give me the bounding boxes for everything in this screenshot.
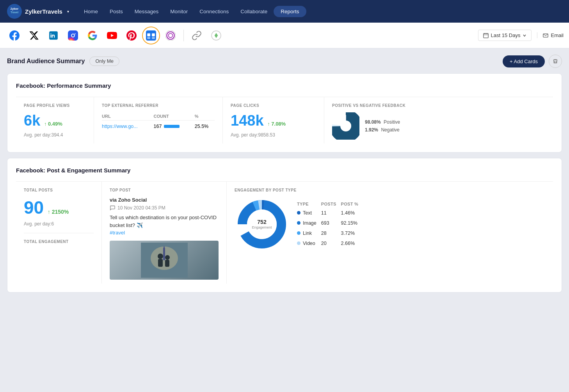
nav-connections[interactable]: Connections [194, 5, 234, 18]
brand-title: Brand Audience Summary [7, 58, 85, 65]
trash-icon [553, 59, 558, 64]
only-me-badge[interactable]: Only Me [89, 57, 119, 66]
eng-pct-cell: 92.15% [341, 218, 363, 228]
eng-card-title: Facebook: Post & Engagement Summary [16, 167, 553, 174]
perf-grid: PAGE PROFILE VIEWS 6k 0.49% Avg. per day… [16, 97, 553, 144]
engagement-chart-cell: ENGAGEMENT BY POST TYPE [227, 182, 553, 284]
page-views-change: 0.49% [44, 121, 62, 127]
brand-dropdown-icon[interactable]: ▾ [67, 9, 69, 14]
svg-point-26 [165, 255, 170, 260]
eng-grid: TOTAL POSTS 90 2150% Avg. per day:6 TOTA… [16, 181, 553, 284]
eng-pct-cell: 1.46% [341, 208, 363, 218]
brand-header-left: Brand Audience Summary Only Me [7, 57, 119, 66]
social-zoho-btn[interactable] [142, 27, 160, 44]
eng-posts-cell: 11 [321, 208, 341, 218]
svg-rect-8 [147, 37, 150, 39]
top-post-label: TOP POST [110, 188, 219, 192]
nav-home[interactable]: Home [78, 5, 103, 18]
eng-type-cell: Image [297, 218, 321, 228]
top-post-cell: TOP POST via Zoho Social 10 Nov 2020 04:… [102, 182, 227, 284]
top-post-date: 10 Nov 2020 04:35 PM [117, 205, 165, 211]
social-twitter-btn[interactable] [25, 27, 43, 44]
svg-text:Travel: Travel [11, 11, 18, 14]
total-posts-value-row: 90 2150% [24, 197, 94, 218]
date-chevron-icon [523, 34, 526, 37]
table-row: Image 693 92.15% [297, 218, 363, 228]
performance-summary-card: Facebook: Performance Summary PAGE PROFI… [7, 73, 562, 153]
perf-card-title: Facebook: Performance Summary [16, 82, 553, 89]
table-row: https://www.go... 167 25.5% [102, 121, 215, 133]
donut-label: Engagement [252, 225, 272, 230]
nav-brand[interactable]: Zylker Travel ZylkerTravels ▾ [7, 4, 69, 19]
page-clicks-num: 148k [231, 112, 264, 129]
social-dart-btn[interactable] [207, 27, 225, 44]
brand-header-right: + Add Cards [503, 55, 562, 68]
comment-icon [110, 205, 115, 211]
ref-col-pct: % [195, 112, 215, 121]
social-custom1-btn[interactable] [162, 27, 180, 44]
social-linkedin-btn[interactable] [44, 27, 62, 44]
svg-rect-27 [165, 260, 169, 267]
main-content: Brand Audience Summary Only Me + Add Car… [0, 48, 569, 304]
negative-legend: 1.92% Negative [365, 127, 400, 133]
eng-type-cell: Text [297, 208, 321, 218]
date-filter-label: Last 15 Days [491, 32, 521, 38]
ref-col-count: COUNT [154, 112, 195, 121]
referrer-label: TOP EXTERNAL REFERRER [102, 103, 215, 108]
engagement-summary-card: Facebook: Post & Engagement Summary TOTA… [7, 158, 562, 293]
svg-rect-7 [152, 33, 155, 36]
donut-area: 752 Engagement TYPE POSTS POST % [235, 197, 545, 252]
top-post-image [110, 241, 219, 280]
feedback-pie-chart [332, 112, 359, 140]
eng-pct-cell: 3.72% [341, 228, 363, 238]
svg-rect-4 [68, 30, 78, 41]
add-cards-button[interactable]: + Add Cards [503, 55, 545, 67]
nav-collaborate[interactable]: Collaborate [235, 5, 273, 18]
social-google-btn[interactable] [84, 27, 101, 44]
page-views-value-row: 6k 0.49% [24, 112, 86, 129]
feedback-label: POSITIVE VS NEGATIVE FEEDBACK [332, 103, 545, 108]
social-facebook-btn[interactable] [5, 27, 23, 44]
delete-button[interactable] [549, 55, 562, 68]
eng-type-cell: Link [297, 228, 321, 238]
total-posts-cell: TOTAL POSTS 90 2150% Avg. per day:6 TOTA… [16, 182, 102, 284]
page-views-num: 6k [24, 112, 40, 129]
nav-reports[interactable]: Reports [274, 6, 306, 17]
total-posts-label: TOTAL POSTS [24, 188, 94, 192]
social-chain-btn[interactable] [188, 27, 206, 44]
nav-monitor[interactable]: Monitor [165, 5, 193, 18]
table-row: Text 11 1.46% [297, 208, 363, 218]
brand-name: ZylkerTravels [25, 8, 62, 15]
top-post-text: Tell us which destination is on your pos… [110, 214, 219, 237]
page-clicks-value-row: 148k 7.08% [231, 112, 316, 129]
social-bar: Last 15 Days Email [0, 23, 569, 48]
svg-rect-6 [147, 33, 150, 36]
nav-posts[interactable]: Posts [104, 5, 128, 18]
total-posts-num: 90 [24, 197, 44, 218]
nav-messages[interactable]: Messages [129, 5, 164, 18]
social-pinterest-btn[interactable] [123, 27, 140, 44]
engagement-by-type-label: ENGAGEMENT BY POST TYPE [235, 188, 545, 192]
top-post-source: via Zoho Social [110, 197, 219, 203]
top-referrer-cell: TOP EXTERNAL REFERRER URL COUNT % https:… [94, 97, 223, 144]
social-instagram-btn[interactable] [64, 27, 82, 44]
ref-col-url: URL [102, 112, 154, 121]
svg-rect-14 [483, 33, 488, 37]
email-button[interactable]: Email [537, 32, 564, 38]
top-post-meta: 10 Nov 2020 04:35 PM [110, 205, 219, 211]
page-clicks-cell: PAGE CLICKS 148k 7.08% Avg. per day:9858… [223, 97, 324, 144]
social-youtube-btn[interactable] [103, 27, 121, 44]
top-post-hashtag[interactable]: #travel [110, 230, 125, 236]
eng-posts-cell: 20 [321, 238, 341, 248]
date-filter[interactable]: Last 15 Days [478, 30, 532, 41]
positive-legend: 98.08% Positive [365, 119, 400, 125]
engagement-type-table: TYPE POSTS POST % Text 11 1.46% Image 69… [297, 200, 363, 248]
post-image-svg [141, 243, 188, 278]
page-clicks-label: PAGE CLICKS [231, 103, 316, 108]
svg-point-24 [158, 254, 163, 259]
total-engagement-label: TOTAL ENGAGEMENT [24, 239, 94, 244]
eng-col-posts: POSTS [321, 200, 341, 208]
svg-rect-9 [152, 37, 155, 39]
ref-url[interactable]: https://www.go... [102, 124, 138, 129]
brand-logo: Zylker Travel [7, 4, 22, 19]
